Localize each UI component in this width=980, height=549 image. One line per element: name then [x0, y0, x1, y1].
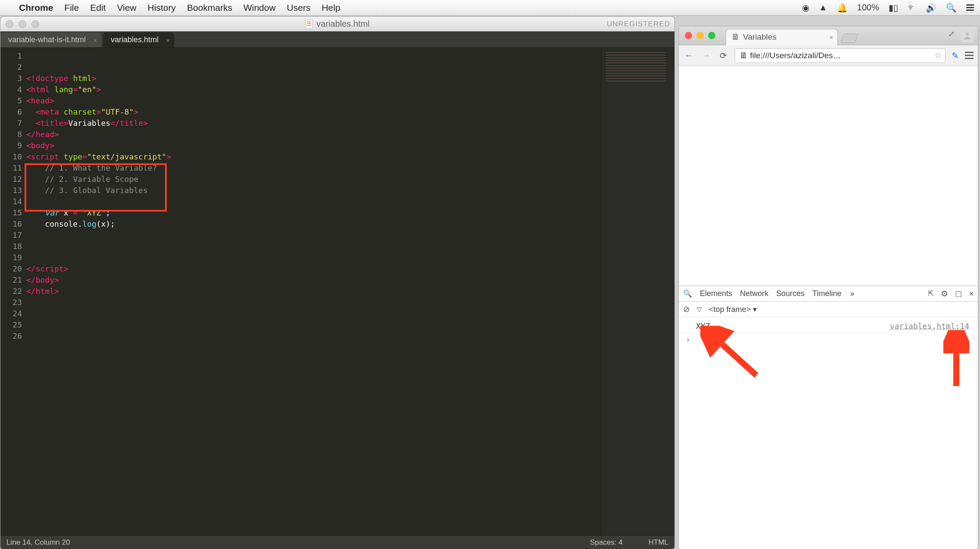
code-line[interactable]: <body> [26, 140, 601, 151]
code-line[interactable]: <!doctype html> [26, 73, 601, 84]
close-devtools-icon[interactable] [969, 289, 974, 298]
sublime-tabs: variable-what-is-it.html × variables.htm… [0, 31, 674, 48]
code-line[interactable]: <html lang="en"> [26, 84, 601, 95]
minimap[interactable] [601, 48, 674, 535]
close-tab-icon[interactable]: × [829, 34, 833, 41]
notification-center-icon[interactable] [966, 4, 974, 11]
code-line[interactable] [26, 319, 601, 331]
code-line[interactable] [26, 252, 601, 263]
clear-console-icon[interactable] [683, 304, 690, 314]
menu-users[interactable]: Users [287, 3, 311, 13]
code-line[interactable]: </script> [26, 263, 601, 274]
console-source-link[interactable]: variables.html:14 [890, 320, 969, 333]
bookmark-star-icon[interactable]: ☆ [934, 50, 942, 60]
syntax-setting[interactable]: HTML [649, 538, 668, 547]
fullscreen-toggle-icon[interactable]: ⤢ [948, 29, 955, 42]
macos-menubar: Chrome File Edit View History Bookmarks … [0, 0, 980, 16]
notifications-icon[interactable]: 🔔 [837, 3, 848, 13]
menu-file[interactable]: File [64, 3, 79, 13]
sublime-statusbar: Line 14, Column 20 Spaces: 4 HTML [0, 535, 674, 549]
menu-edit[interactable]: Edit [90, 3, 106, 13]
devtools-tab-timeline[interactable]: Timeline [812, 289, 841, 298]
minimize-window-button[interactable] [696, 32, 704, 39]
code-line[interactable]: // 3. Global Variables [26, 185, 601, 196]
devtools-tab-network[interactable]: Network [740, 289, 768, 298]
zoom-window-button[interactable] [31, 20, 39, 28]
window-traffic-lights[interactable] [679, 32, 721, 39]
browser-tab-variables[interactable]: 🗎 Variables × [726, 29, 838, 45]
code-line[interactable]: <script type="text/javascript"> [26, 151, 601, 162]
code-editor[interactable]: <!doctype html><html lang="en"><head> <m… [26, 48, 601, 535]
search-icon[interactable] [683, 289, 692, 298]
wifi-icon[interactable]: ᯤ [908, 3, 916, 12]
toggle-drawer-icon[interactable] [928, 289, 934, 298]
sublime-titlebar[interactable]: variables.html UNREGISTERED [0, 17, 674, 31]
menu-window[interactable]: Window [243, 3, 276, 13]
cursor-position[interactable]: Line 14, Column 20 [6, 538, 70, 547]
reload-button[interactable]: ⟳ [718, 50, 729, 61]
code-line[interactable]: var x = "XYZ"; [26, 207, 601, 218]
battery-icon[interactable]: ▮▯ [889, 3, 898, 13]
code-line[interactable]: <title>Variables</title> [26, 118, 601, 129]
google-drive-icon[interactable]: ▲ [819, 3, 827, 12]
close-window-button[interactable] [685, 32, 692, 39]
console-prompt[interactable]: › [679, 333, 978, 346]
address-bar[interactable]: 🗎 file:///Users/azizali/Des… ☆ [735, 48, 946, 63]
code-line[interactable] [26, 297, 601, 308]
devtools-settings-icon[interactable] [941, 289, 948, 299]
frame-selector[interactable]: <top frame> ▾ [709, 305, 757, 314]
code-line[interactable]: console.log(x); [26, 218, 601, 230]
chrome-window: 🗎 Variables × ⤢ ← → ⟳ 🗎 file:///Users/az… [678, 26, 978, 549]
spotlight-icon[interactable]: 🔍 [946, 3, 957, 13]
devtools-tabs: Elements Network Sources Timeline » [679, 286, 978, 302]
indentation-setting[interactable]: Spaces: 4 [590, 538, 623, 547]
menu-view[interactable]: View [117, 3, 136, 13]
code-line[interactable]: // 2. Variable Scope [26, 174, 601, 185]
filter-icon[interactable] [697, 305, 702, 314]
back-button[interactable]: ← [683, 50, 694, 60]
code-line[interactable]: </body> [26, 274, 601, 286]
editor-tab-variable-what-is-it[interactable]: variable-what-is-it.html × [0, 32, 101, 47]
code-line[interactable] [26, 241, 601, 252]
close-window-button[interactable] [6, 20, 13, 28]
code-line[interactable] [26, 342, 601, 353]
page-viewport [679, 66, 978, 286]
code-line[interactable] [26, 331, 601, 342]
forward-button: → [700, 50, 712, 60]
new-tab-button[interactable] [840, 34, 858, 43]
code-line[interactable]: <head> [26, 95, 601, 106]
code-line[interactable]: </html> [26, 286, 601, 297]
console-output[interactable]: XYZ variables.html:14 › [679, 317, 978, 549]
chrome-menu-icon[interactable] [965, 52, 974, 59]
code-line[interactable]: // 1. What the Variable? [26, 162, 601, 174]
browser-tab-title: Variables [743, 32, 777, 42]
code-line[interactable] [26, 353, 601, 364]
console-toolbar: <top frame> ▾ [679, 302, 978, 317]
zoom-window-button[interactable] [708, 32, 715, 39]
code-line[interactable] [26, 196, 601, 207]
app-name[interactable]: Chrome [19, 3, 53, 13]
close-tab-icon[interactable]: × [166, 36, 170, 44]
volume-icon[interactable]: 🔊 [926, 3, 936, 13]
editor-tab-variables[interactable]: variables.html × [103, 32, 174, 47]
devtools-tab-sources[interactable]: Sources [776, 289, 805, 298]
code-line[interactable] [26, 230, 601, 241]
extension-icon[interactable]: ✎ [952, 50, 959, 61]
window-traffic-lights[interactable] [0, 20, 39, 28]
editor-tab-label: variables.html [111, 35, 159, 44]
dock-side-icon[interactable] [955, 289, 962, 298]
devtools-tab-elements[interactable]: Elements [700, 289, 732, 298]
console-row[interactable]: XYZ variables.html:14 [679, 320, 978, 333]
menu-history[interactable]: History [148, 3, 176, 13]
devtools-more-tabs-icon[interactable]: » [850, 289, 854, 298]
menu-help[interactable]: Help [321, 3, 340, 13]
code-line[interactable] [26, 308, 601, 319]
close-tab-icon[interactable]: × [93, 36, 97, 44]
devtools-panel: Elements Network Sources Timeline » <top… [679, 286, 978, 549]
code-line[interactable]: </head> [26, 129, 601, 140]
menu-bookmarks[interactable]: Bookmarks [187, 3, 232, 13]
profile-avatar[interactable] [961, 29, 974, 42]
screencast-icon[interactable]: ◉ [802, 3, 809, 13]
code-line[interactable]: <meta charset="UTF-8"> [26, 106, 601, 118]
minimize-window-button[interactable] [19, 20, 26, 28]
